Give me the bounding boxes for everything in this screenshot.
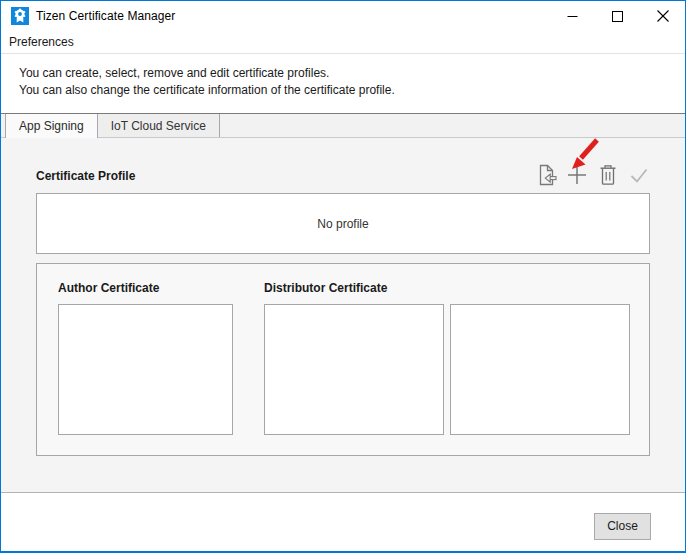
close-window-button[interactable] <box>640 1 685 31</box>
import-profile-icon <box>536 164 557 186</box>
distributor-certificate-column: Distributor Certificate <box>264 281 630 435</box>
tab-strip: App Signing IoT Cloud Service <box>1 114 685 138</box>
tizen-certificate-manager-window: Tizen Certificate Manager Preference <box>0 0 686 553</box>
title-bar: Tizen Certificate Manager <box>1 1 685 31</box>
tab-widget: App Signing IoT Cloud Service Certificat… <box>1 113 685 493</box>
distributor-certificate-box-2 <box>450 304 630 435</box>
author-certificate-column: Author Certificate <box>58 281 233 435</box>
close-icon <box>657 10 669 22</box>
minimize-button[interactable] <box>550 1 595 31</box>
remove-profile-icon <box>598 164 618 186</box>
profile-list[interactable]: No profile <box>36 193 650 254</box>
menu-bar: Preferences <box>1 31 685 54</box>
set-active-profile-icon <box>628 164 650 186</box>
menu-item-preferences[interactable]: Preferences <box>1 32 82 52</box>
author-certificate-box <box>58 304 233 435</box>
footer-bar: Close <box>1 493 685 552</box>
tizen-logo-icon <box>11 7 29 25</box>
tab-app-signing[interactable]: App Signing <box>5 114 98 138</box>
import-profile-button[interactable] <box>535 162 557 186</box>
tab-iot-cloud-service[interactable]: IoT Cloud Service <box>98 114 220 137</box>
set-active-profile-button[interactable] <box>628 162 650 186</box>
certificate-profile-title: Certificate Profile <box>36 169 135 186</box>
maximize-icon <box>612 11 623 22</box>
description-line-2: You can also change the certificate info… <box>19 82 675 99</box>
window-title: Tizen Certificate Manager <box>36 9 175 23</box>
certificates-section: Author Certificate Distributor Certifica… <box>36 263 650 456</box>
maximize-button[interactable] <box>595 1 640 31</box>
description-area: You can create, select, remove and edit … <box>1 54 685 113</box>
remove-profile-button[interactable] <box>597 162 619 186</box>
distributor-certificate-label: Distributor Certificate <box>264 281 630 295</box>
window-controls <box>550 1 685 31</box>
add-profile-icon <box>566 164 588 186</box>
distributor-certificate-box-1 <box>264 304 444 435</box>
minimize-icon <box>567 11 578 22</box>
add-profile-button[interactable] <box>566 162 588 186</box>
no-profile-text: No profile <box>317 217 368 231</box>
app-signing-panel: Certificate Profile <box>1 138 685 493</box>
author-certificate-label: Author Certificate <box>58 281 233 295</box>
close-button[interactable]: Close <box>594 513 651 540</box>
profile-toolbar <box>535 162 650 186</box>
description-line-1: You can create, select, remove and edit … <box>19 65 675 82</box>
certificate-profile-header: Certificate Profile <box>36 138 650 186</box>
